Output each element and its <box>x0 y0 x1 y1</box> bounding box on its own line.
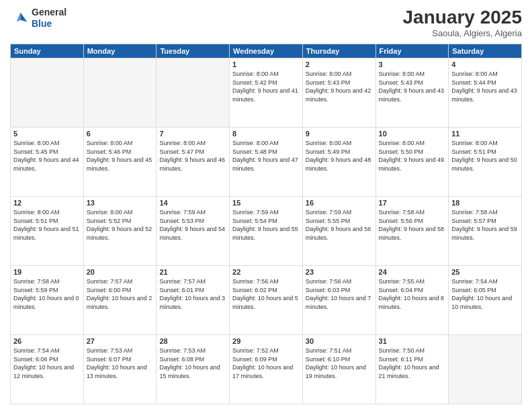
day-number: 16 <box>306 199 373 207</box>
calendar-cell: 15Sunrise: 7:59 AM Sunset: 5:54 PM Dayli… <box>230 197 303 266</box>
svg-marker-0 <box>20 12 27 21</box>
day-info: Sunrise: 8:00 AM Sunset: 5:45 PM Dayligh… <box>13 139 81 173</box>
day-number: 17 <box>379 199 446 207</box>
col-header-friday: Friday <box>375 44 449 58</box>
day-number: 20 <box>87 268 154 276</box>
day-number: 1 <box>232 60 300 68</box>
day-info: Sunrise: 7:57 AM Sunset: 6:00 PM Dayligh… <box>87 277 154 311</box>
header-row: SundayMondayTuesdayWednesdayThursdayFrid… <box>11 44 522 58</box>
header: General Blue January 2025 Saoula, Algier… <box>10 7 522 38</box>
day-info: Sunrise: 8:00 AM Sunset: 5:46 PM Dayligh… <box>87 139 154 173</box>
calendar-cell: 17Sunrise: 7:58 AM Sunset: 5:56 PM Dayli… <box>375 197 449 266</box>
calendar-cell <box>83 58 157 128</box>
day-info: Sunrise: 7:56 AM Sunset: 6:02 PM Dayligh… <box>232 277 300 311</box>
day-info: Sunrise: 7:51 AM Sunset: 6:10 PM Dayligh… <box>306 347 373 380</box>
logo-icon <box>10 9 29 28</box>
calendar-cell: 9Sunrise: 8:00 AM Sunset: 5:49 PM Daylig… <box>302 128 375 197</box>
logo-general: General <box>32 7 66 18</box>
day-number: 22 <box>232 268 300 276</box>
day-number: 14 <box>159 199 226 207</box>
day-number: 15 <box>232 199 300 207</box>
logo-text: General Blue <box>32 7 66 30</box>
calendar-cell: 20Sunrise: 7:57 AM Sunset: 6:00 PM Dayli… <box>83 266 157 335</box>
day-info: Sunrise: 7:58 AM Sunset: 5:56 PM Dayligh… <box>379 208 446 242</box>
day-info: Sunrise: 8:00 AM Sunset: 5:51 PM Dayligh… <box>13 208 81 242</box>
calendar-cell: 30Sunrise: 7:51 AM Sunset: 6:10 PM Dayli… <box>302 335 375 404</box>
day-info: Sunrise: 8:00 AM Sunset: 5:43 PM Dayligh… <box>306 70 373 103</box>
calendar-cell: 18Sunrise: 7:58 AM Sunset: 5:57 PM Dayli… <box>449 197 522 266</box>
day-info: Sunrise: 8:00 AM Sunset: 5:51 PM Dayligh… <box>451 139 519 173</box>
calendar-cell: 4Sunrise: 8:00 AM Sunset: 5:44 PM Daylig… <box>449 58 522 128</box>
day-number: 25 <box>451 268 519 276</box>
svg-marker-1 <box>17 12 21 21</box>
calendar-cell: 8Sunrise: 8:00 AM Sunset: 5:48 PM Daylig… <box>230 128 303 197</box>
calendar-cell: 31Sunrise: 7:50 AM Sunset: 6:11 PM Dayli… <box>375 335 449 404</box>
day-info: Sunrise: 8:00 AM Sunset: 5:50 PM Dayligh… <box>379 139 446 173</box>
col-header-sunday: Sunday <box>11 44 84 58</box>
week-row-3: 19Sunrise: 7:58 AM Sunset: 5:59 PM Dayli… <box>11 266 522 335</box>
calendar-cell: 12Sunrise: 8:00 AM Sunset: 5:51 PM Dayli… <box>11 197 84 266</box>
day-number: 12 <box>13 199 81 207</box>
calendar-cell: 21Sunrise: 7:57 AM Sunset: 6:01 PM Dayli… <box>157 266 230 335</box>
day-info: Sunrise: 7:56 AM Sunset: 6:03 PM Dayligh… <box>306 277 373 311</box>
day-info: Sunrise: 7:53 AM Sunset: 6:07 PM Dayligh… <box>87 347 154 380</box>
col-header-thursday: Thursday <box>302 44 375 58</box>
calendar-subtitle: Saoula, Algiers, Algeria <box>403 28 522 38</box>
week-row-1: 5Sunrise: 8:00 AM Sunset: 5:45 PM Daylig… <box>11 128 522 197</box>
day-number: 26 <box>13 337 81 345</box>
calendar-cell: 29Sunrise: 7:52 AM Sunset: 6:09 PM Dayli… <box>230 335 303 404</box>
day-number: 3 <box>379 60 446 68</box>
title-block: January 2025 Saoula, Algiers, Algeria <box>403 7 522 38</box>
calendar-table: SundayMondayTuesdayWednesdayThursdayFrid… <box>10 44 522 404</box>
logo-blue: Blue <box>32 18 66 30</box>
week-row-4: 26Sunrise: 7:54 AM Sunset: 6:06 PM Dayli… <box>11 335 522 404</box>
calendar-cell: 25Sunrise: 7:54 AM Sunset: 6:05 PM Dayli… <box>449 266 522 335</box>
calendar-cell: 14Sunrise: 7:59 AM Sunset: 5:53 PM Dayli… <box>157 197 230 266</box>
page: General Blue January 2025 Saoula, Algier… <box>0 0 532 411</box>
calendar-cell: 2Sunrise: 8:00 AM Sunset: 5:43 PM Daylig… <box>302 58 375 128</box>
day-number: 21 <box>159 268 226 276</box>
day-number: 13 <box>87 199 154 207</box>
day-number: 8 <box>232 130 300 138</box>
day-info: Sunrise: 7:59 AM Sunset: 5:55 PM Dayligh… <box>306 208 373 242</box>
calendar-cell: 5Sunrise: 8:00 AM Sunset: 5:45 PM Daylig… <box>11 128 84 197</box>
week-row-2: 12Sunrise: 8:00 AM Sunset: 5:51 PM Dayli… <box>11 197 522 266</box>
day-info: Sunrise: 8:00 AM Sunset: 5:44 PM Dayligh… <box>451 70 519 103</box>
day-info: Sunrise: 8:00 AM Sunset: 5:49 PM Dayligh… <box>306 139 373 173</box>
day-info: Sunrise: 7:52 AM Sunset: 6:09 PM Dayligh… <box>232 347 300 380</box>
calendar-cell: 19Sunrise: 7:58 AM Sunset: 5:59 PM Dayli… <box>11 266 84 335</box>
calendar-cell: 7Sunrise: 8:00 AM Sunset: 5:47 PM Daylig… <box>157 128 230 197</box>
calendar-cell: 22Sunrise: 7:56 AM Sunset: 6:02 PM Dayli… <box>230 266 303 335</box>
day-number: 19 <box>13 268 81 276</box>
day-number: 6 <box>87 130 154 138</box>
calendar-cell: 28Sunrise: 7:53 AM Sunset: 6:08 PM Dayli… <box>157 335 230 404</box>
day-number: 27 <box>87 337 154 345</box>
day-info: Sunrise: 7:54 AM Sunset: 6:06 PM Dayligh… <box>13 347 81 380</box>
day-number: 29 <box>232 337 300 345</box>
day-number: 5 <box>13 130 81 138</box>
calendar-cell: 23Sunrise: 7:56 AM Sunset: 6:03 PM Dayli… <box>302 266 375 335</box>
calendar-cell <box>11 58 84 128</box>
day-info: Sunrise: 7:58 AM Sunset: 5:59 PM Dayligh… <box>13 277 81 311</box>
day-number: 24 <box>379 268 446 276</box>
col-header-wednesday: Wednesday <box>230 44 303 58</box>
calendar-cell: 24Sunrise: 7:55 AM Sunset: 6:04 PM Dayli… <box>375 266 449 335</box>
day-number: 30 <box>306 337 373 345</box>
day-number: 7 <box>159 130 226 138</box>
calendar-cell: 10Sunrise: 8:00 AM Sunset: 5:50 PM Dayli… <box>375 128 449 197</box>
day-info: Sunrise: 7:50 AM Sunset: 6:11 PM Dayligh… <box>379 347 446 380</box>
day-info: Sunrise: 8:00 AM Sunset: 5:52 PM Dayligh… <box>87 208 154 242</box>
day-info: Sunrise: 8:00 AM Sunset: 5:43 PM Dayligh… <box>379 70 446 103</box>
logo: General Blue <box>10 7 66 30</box>
calendar-cell: 27Sunrise: 7:53 AM Sunset: 6:07 PM Dayli… <box>83 335 157 404</box>
day-info: Sunrise: 7:53 AM Sunset: 6:08 PM Dayligh… <box>159 347 226 380</box>
week-row-0: 1Sunrise: 8:00 AM Sunset: 5:42 PM Daylig… <box>11 58 522 128</box>
col-header-tuesday: Tuesday <box>157 44 230 58</box>
day-info: Sunrise: 7:58 AM Sunset: 5:57 PM Dayligh… <box>451 208 519 242</box>
calendar-cell: 13Sunrise: 8:00 AM Sunset: 5:52 PM Dayli… <box>83 197 157 266</box>
day-number: 28 <box>159 337 226 345</box>
day-number: 23 <box>306 268 373 276</box>
col-header-saturday: Saturday <box>449 44 522 58</box>
calendar-cell <box>449 335 522 404</box>
day-number: 11 <box>451 130 519 138</box>
